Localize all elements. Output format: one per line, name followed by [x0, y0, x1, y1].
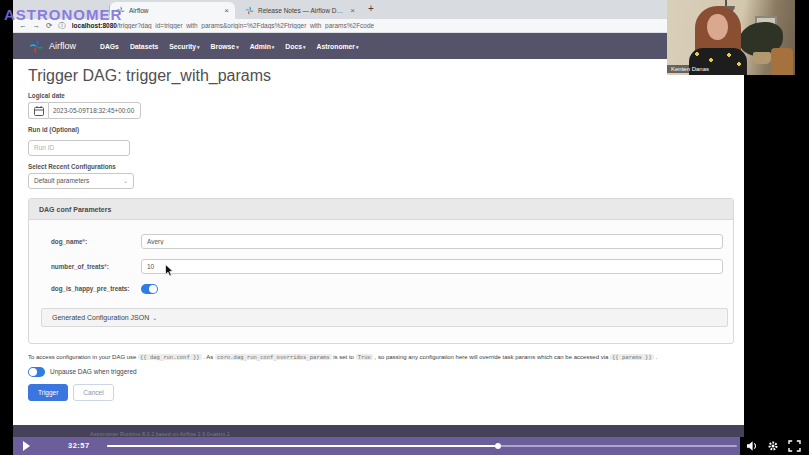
nav-item-security[interactable]: Security▾ [169, 43, 199, 50]
address-input[interactable]: localhost:8080/trigger?dag_id=trigger_wi… [72, 22, 374, 29]
plant-pot [753, 52, 771, 64]
settings-gear-icon[interactable] [767, 440, 779, 452]
config-help-note: To access configuration in your DAG use … [28, 353, 728, 362]
airflow-version-footer: Astronomer Runtime 8.0.2 based on Airflo… [90, 431, 230, 437]
nav-item-dags[interactable]: DAGs [100, 43, 119, 50]
unpause-dag-toggle[interactable] [28, 367, 45, 377]
code-overrides-params: core.dag_run_conf_overrides_params [215, 354, 332, 360]
playback-time: 32:57 [68, 441, 90, 450]
trigger-dag-page: Trigger DAG: trigger_with_params Logical… [28, 59, 734, 401]
param-row-dog-name: dog_name*: [51, 234, 723, 249]
generated-config-json-toggle[interactable]: Generated Configuration JSON ⌄ [41, 308, 728, 327]
browser-tab-release-notes[interactable]: Release Notes — Airflow Docu × [239, 2, 361, 19]
new-tab-button[interactable]: + [368, 3, 374, 14]
fullscreen-icon[interactable] [788, 440, 801, 452]
chevron-down-icon: ⌄ [123, 177, 128, 184]
chevron-down-icon: ▾ [272, 44, 275, 50]
browser-url-bar: ← → ⟳ ⓘ localhost:8080/trigger?dag_id=tr… [13, 19, 744, 33]
video-frame: Airflow × Release Notes — Airflow Docu ×… [0, 0, 809, 455]
nav-item-browse[interactable]: Browse▾ [211, 43, 239, 50]
airflow-brand[interactable]: Airflow [49, 41, 76, 51]
browser-tab-strip: Airflow × Release Notes — Airflow Docu ×… [13, 0, 744, 19]
nav-item-admin[interactable]: Admin▾ [250, 43, 275, 50]
number-of-treats-input[interactable] [141, 259, 723, 274]
astronomer-watermark: ASTRONOMER [4, 6, 122, 23]
browser-window: Airflow × Release Notes — Airflow Docu ×… [13, 0, 744, 437]
chair [771, 48, 793, 75]
generated-config-json-label: Generated Configuration JSON [52, 314, 149, 321]
webcam-overlay: Kenten Danas [667, 0, 795, 75]
recent-config-selected-value: Default parameters [34, 177, 89, 184]
param-row-dog-is-happy: dog_is_happy_pre_treats: [51, 284, 723, 294]
dog-is-happy-toggle[interactable] [141, 284, 158, 294]
logical-date-label: Logical date [28, 92, 734, 99]
speaker-name-tag: Kenten Danas [667, 65, 713, 73]
unpause-row: Unpause DAG when triggered [28, 367, 734, 377]
param-row-number-of-treats: number_of_treats*: [51, 259, 723, 274]
tab-label: Airflow [129, 7, 218, 14]
calendar-icon [33, 105, 45, 117]
calendar-button[interactable] [28, 102, 48, 119]
recent-config-select[interactable]: Default parameters ⌄ [28, 173, 134, 189]
nav-item-docs[interactable]: Docs▾ [285, 43, 305, 50]
url-host: localhost:8080 [72, 22, 117, 29]
nav-item-datasets[interactable]: Datasets [130, 43, 158, 50]
close-tab-icon[interactable]: × [350, 7, 355, 15]
tab-label: Release Notes — Airflow Docu [258, 7, 344, 14]
video-player-bar: 32:57 [13, 437, 740, 455]
volume-icon[interactable] [746, 440, 758, 452]
browser-tab-airflow[interactable]: Airflow × [110, 2, 235, 19]
trigger-button[interactable]: Trigger [28, 384, 68, 401]
toggle-knob [29, 368, 37, 376]
nav-item-astronomer[interactable]: Astronomer▾ [316, 43, 358, 50]
mouse-cursor [165, 264, 174, 277]
recent-configs-label: Select Recent Configurations [28, 163, 734, 170]
chevron-down-icon: ▾ [197, 44, 200, 50]
progress-bar[interactable] [107, 445, 737, 447]
chevron-down-icon: ▾ [236, 44, 239, 50]
chevron-down-icon: ▾ [356, 44, 359, 50]
page-title: Trigger DAG: trigger_with_params [28, 67, 734, 85]
speaker-face [707, 14, 728, 40]
param-label: number_of_treats*: [51, 263, 141, 270]
code-true: True [356, 354, 373, 360]
dag-conf-panel-title: DAG conf Parameters [29, 199, 733, 220]
airflow-navbar: Airflow DAGs Datasets Security▾ Browse▾ … [13, 33, 744, 59]
airflow-favicon-icon [245, 6, 254, 15]
progress-played [107, 445, 498, 447]
param-label: dog_is_happy_pre_treats: [51, 285, 141, 292]
url-path: /trigger?dag_id=trigger_with_params&orig… [117, 22, 374, 29]
logical-date-input[interactable] [48, 102, 141, 119]
toggle-knob [149, 285, 157, 293]
airflow-logo-icon [29, 39, 44, 54]
cancel-button[interactable]: Cancel [73, 384, 113, 401]
run-id-label: Run id (Optional) [28, 126, 734, 133]
player-controls-right [746, 440, 806, 452]
play-icon[interactable] [23, 441, 30, 451]
code-params: {{ params }} [610, 354, 654, 360]
chevron-down-icon: ▾ [303, 44, 306, 50]
unpause-label: Unpause DAG when triggered [50, 368, 137, 375]
param-label: dog_name*: [51, 238, 141, 245]
dag-conf-panel: DAG conf Parameters dog_name*: number_of… [28, 198, 734, 344]
code-dag-run-conf: {{ dag_run.conf }} [138, 354, 202, 360]
close-tab-icon[interactable]: × [224, 7, 229, 15]
chevron-down-icon: ⌄ [152, 314, 157, 321]
navbar-menu: DAGs Datasets Security▾ Browse▾ Admin▾ D… [100, 43, 359, 50]
run-id-input[interactable] [28, 140, 130, 156]
playhead-dot[interactable] [495, 443, 501, 449]
dog-name-input[interactable] [141, 234, 723, 249]
